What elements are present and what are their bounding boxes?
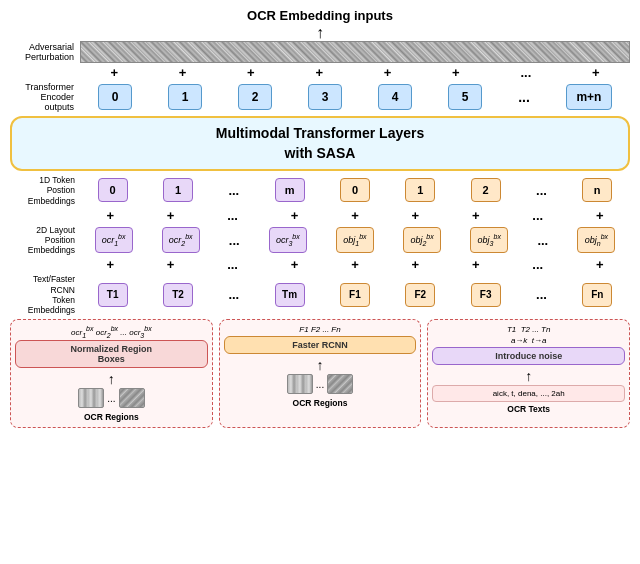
- tok-f3: F3: [471, 283, 501, 307]
- pos1d-obj2: 2: [471, 178, 501, 202]
- faster-rcnn-img-1: [287, 374, 313, 394]
- ocr-title: OCR Embedding inputs: [10, 8, 630, 23]
- pos2d-row: 2D Layout PositionEmbeddings ocr1bx ocr2…: [10, 225, 630, 256]
- pos2d-obj3: obj3bx: [470, 227, 508, 253]
- pos2d-label: 2D Layout PositionEmbeddings: [10, 225, 80, 256]
- pos2d-cells: ocr1bx ocr2bx ... ocr3bx obj1bx obj2bx o…: [80, 227, 630, 253]
- faster-rcnn-img-2: [327, 374, 353, 394]
- tok-fn: Fn: [582, 283, 612, 307]
- encoder-cells: 0 1 2 3 4 5 ... m+n: [80, 84, 630, 110]
- pos1d-1: 1: [163, 178, 193, 202]
- enc-box-4: 4: [378, 84, 412, 110]
- card1-arrow: ↑: [108, 372, 115, 386]
- card2-arrow: ↑: [317, 358, 324, 372]
- encoder-row: TransformerEncoder outputs 0 1 2 3 4 5 .…: [10, 82, 630, 112]
- card3-box: Introduce noise: [432, 347, 625, 365]
- pos1d-cells: 0 1 ... m 0 1 2 ... n: [80, 178, 630, 202]
- card1-caption: OCR Regions: [84, 412, 139, 422]
- enc-box-0: 0: [98, 84, 132, 110]
- card3-formula2: a→k t→a: [511, 336, 547, 345]
- adversarial-row: AdversarialPerturbation: [10, 41, 630, 63]
- card3-arrow: ↑: [525, 369, 532, 383]
- card2-images: ...: [287, 374, 353, 394]
- pos2d-ocr1: ocr1bx: [95, 227, 133, 253]
- plus-cells-3: + + ... + + + + ... +: [80, 257, 630, 272]
- tok-f1: F1: [340, 283, 370, 307]
- enc-box-mn: m+n: [566, 84, 612, 110]
- tok-label: Text/Faster RCNNToken Embeddings: [10, 274, 80, 315]
- pos1d-m: m: [275, 178, 305, 202]
- pos2d-obj1: obj1bx: [336, 227, 374, 253]
- adversarial-label: AdversarialPerturbation: [10, 42, 80, 62]
- card3-text: aick, t, dena, ..., 2ah: [432, 385, 625, 402]
- ocr-region-img-2: [119, 388, 145, 408]
- tok-t2: T2: [163, 283, 193, 307]
- pos2d-ocr2: ocr2bx: [162, 227, 200, 253]
- ocr-region-img-1: [78, 388, 104, 408]
- card1-images: ...: [78, 388, 144, 408]
- pos2d-objn: objnbx: [577, 227, 615, 253]
- card1-formula: ocr1bx ocr2bx ... ocr3bx: [71, 325, 152, 338]
- plus-6: +: [452, 65, 460, 80]
- plus-row-1: + + + + + + ... +: [10, 65, 630, 80]
- dots-enc: ...: [520, 65, 531, 80]
- diagram: OCR Embedding inputs ↑ AdversarialPertur…: [0, 0, 640, 564]
- noise-image: [80, 41, 630, 63]
- pos2d-ocr3: ocr3bx: [269, 227, 307, 253]
- pos1d-row: 1D Token PostionEmbeddings 0 1 ... m 0 1…: [10, 175, 630, 206]
- enc-box-3: 3: [308, 84, 342, 110]
- tok-cells: T1 T2 ... Tm F1 F2 F3 ... Fn: [80, 283, 630, 307]
- tok-t1: T1: [98, 283, 128, 307]
- pos2d-obj2: obj2bx: [403, 227, 441, 253]
- plus-7: +: [592, 65, 600, 80]
- card2-caption: OCR Regions: [293, 398, 348, 408]
- pos1d-0: 0: [98, 178, 128, 202]
- card2-formula: F1 F2 ... Fn: [299, 325, 340, 334]
- pos1d-objn: n: [582, 178, 612, 202]
- pos1d-obj1: 1: [405, 178, 435, 202]
- bottom-card-normalized: ocr1bx ocr2bx ... ocr3bx Normalized Regi…: [10, 319, 213, 428]
- tok-row: Text/Faster RCNNToken Embeddings T1 T2 .…: [10, 274, 630, 315]
- card3-formula: T1 T2 ... Tn: [507, 325, 551, 334]
- encoder-label: TransformerEncoder outputs: [10, 82, 80, 112]
- pos1d-obj0: 0: [340, 178, 370, 202]
- plus-2: +: [179, 65, 187, 80]
- enc-dots: ...: [518, 89, 530, 105]
- plus-row-3: + + ... + + + + ... +: [10, 257, 630, 272]
- plus-cells-2: + + ... + + + + ... +: [80, 208, 630, 223]
- token-section: 1D Token PostionEmbeddings 0 1 ... m 0 1…: [10, 175, 630, 315]
- plus-1: +: [110, 65, 118, 80]
- tok-f2: F2: [405, 283, 435, 307]
- enc-box-1: 1: [168, 84, 202, 110]
- bottom-section: ocr1bx ocr2bx ... ocr3bx Normalized Regi…: [10, 319, 630, 428]
- enc-box-2: 2: [238, 84, 272, 110]
- pos1d-label: 1D Token PostionEmbeddings: [10, 175, 80, 206]
- plus-5: +: [384, 65, 392, 80]
- plus-4: +: [315, 65, 323, 80]
- tok-tm: Tm: [275, 283, 305, 307]
- plus-3: +: [247, 65, 255, 80]
- enc-box-5: 5: [448, 84, 482, 110]
- card3-caption: OCR Texts: [507, 404, 550, 414]
- card2-box: Faster RCNN: [224, 336, 417, 354]
- bottom-card-faster-rcnn: F1 F2 ... Fn Faster RCNN ↑ ... OCR Regio…: [219, 319, 422, 428]
- multimodal-box: Multimodal Transformer Layerswith SASA: [10, 116, 630, 171]
- plus-row-2: + + ... + + + + ... +: [10, 208, 630, 223]
- bottom-card-noise: T1 T2 ... Tn a→k t→a Introduce noise ↑ a…: [427, 319, 630, 428]
- plus-cells-1: + + + + + + ... +: [80, 65, 630, 80]
- card1-box: Normalized RegionBoxes: [15, 340, 208, 368]
- arrow-up-title: ↑: [10, 27, 630, 39]
